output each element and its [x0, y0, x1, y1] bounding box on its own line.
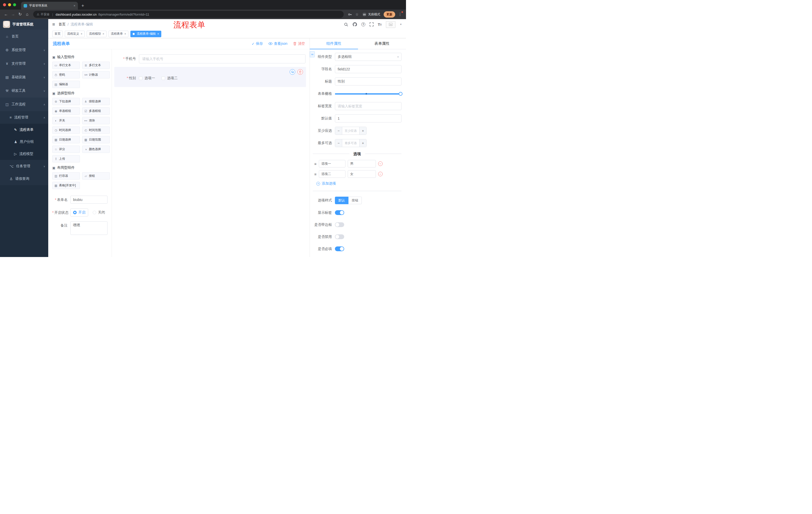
- sidebar-item-process-form[interactable]: ✎ 流程表单: [0, 124, 48, 136]
- palette-item-color-picker[interactable]: ◑颜色选择: [82, 145, 110, 153]
- bookmark-star-icon[interactable]: ☆: [355, 12, 358, 16]
- label-width-input[interactable]: [335, 102, 402, 110]
- forward-button[interactable]: →: [9, 12, 17, 16]
- password-key-icon[interactable]: [348, 12, 352, 16]
- palette-item-date-range[interactable]: ▩日期范围: [82, 136, 110, 143]
- browser-menu-icon[interactable]: ⋮: [398, 12, 402, 17]
- add-option-button[interactable]: + 添加选项: [316, 181, 402, 186]
- increase-button[interactable]: +: [359, 127, 366, 135]
- palette-item-select[interactable]: ⊚下拉选择: [52, 98, 80, 105]
- checkbox-option-1[interactable]: 选项一: [139, 76, 155, 80]
- palette-item-button[interactable]: ▱按钮: [82, 172, 110, 180]
- grid-slider[interactable]: [335, 90, 402, 98]
- breadcrumb-home[interactable]: 首页: [59, 22, 65, 27]
- decrease-button[interactable]: −: [335, 127, 342, 135]
- hamburger-icon[interactable]: ≡: [52, 22, 55, 27]
- tag-process-form-edit[interactable]: 流程表单-编辑×: [130, 31, 161, 37]
- palette-item-multi-line-text[interactable]: ≣多行文本: [82, 62, 110, 69]
- disabled-toggle[interactable]: [335, 234, 344, 239]
- palette-item-cascader[interactable]: ⋔级联选择: [82, 98, 110, 105]
- required-toggle[interactable]: [335, 246, 344, 251]
- option-value-input[interactable]: [348, 170, 376, 178]
- max-select-placeholder[interactable]: 最多可选: [342, 139, 359, 147]
- show-label-toggle[interactable]: [335, 210, 344, 215]
- decrease-button[interactable]: −: [335, 139, 342, 147]
- palette-item-upload[interactable]: ↥上传: [52, 155, 80, 162]
- palette-item-time-range[interactable]: ◴时间范围: [82, 127, 110, 134]
- search-icon[interactable]: [344, 22, 348, 27]
- close-window-button[interactable]: [3, 3, 6, 6]
- form-name-input[interactable]: [70, 196, 108, 204]
- checkbox-icon[interactable]: [139, 77, 142, 80]
- tag-close-icon[interactable]: ×: [103, 32, 104, 36]
- increase-button[interactable]: +: [359, 139, 366, 147]
- border-toggle[interactable]: [335, 222, 344, 227]
- drag-handle-icon[interactable]: ≡: [314, 162, 317, 166]
- style-default-button[interactable]: 默认: [335, 197, 348, 204]
- sidebar-item-infrastructure[interactable]: ▤ 基础设施 ∨: [0, 71, 48, 84]
- zoom-window-button[interactable]: [13, 3, 16, 6]
- font-size-icon[interactable]: TT: [378, 22, 382, 27]
- palette-item-checkbox-group[interactable]: ☑多选框组: [82, 107, 110, 115]
- palette-item-editor[interactable]: ▤编辑器: [52, 81, 80, 88]
- radio-option-off[interactable]: 关闭: [93, 210, 105, 215]
- palette-item-counter[interactable]: 123计数器: [82, 71, 110, 78]
- clear-button[interactable]: 清空: [293, 42, 305, 46]
- sidebar-item-process-management[interactable]: ≡ 流程管理 ∧: [0, 111, 48, 124]
- palette-item-password[interactable]: 密码: [52, 71, 80, 78]
- address-bar[interactable]: ⚠ 不安全 | dashboard.yudao.iocoder.cn/bpm/m…: [33, 11, 344, 18]
- help-icon[interactable]: ?: [361, 22, 365, 26]
- tag-home[interactable]: 首页: [52, 31, 63, 37]
- canvas-widget-gender-selected[interactable]: 性别 选项一 选项二: [114, 67, 306, 87]
- sidebar-item-payment[interactable]: ¥ 支付管理 ∨: [0, 57, 48, 71]
- phone-input[interactable]: [139, 54, 306, 63]
- avatar-caret-icon[interactable]: ▼: [400, 23, 402, 26]
- new-tab-button[interactable]: +: [81, 3, 84, 8]
- sidebar-item-task-management[interactable]: ⌥ 任务管理 ∨: [0, 160, 48, 172]
- home-button[interactable]: ⌂: [24, 12, 31, 16]
- palette-item-rate[interactable]: ☆评分: [52, 145, 80, 153]
- update-button[interactable]: 更新: [384, 11, 395, 18]
- github-icon[interactable]: [352, 22, 357, 27]
- option-label-input[interactable]: [319, 160, 345, 167]
- checkbox-icon[interactable]: [162, 77, 165, 80]
- sidebar-item-user-groups[interactable]: ♟ 用户分组: [0, 136, 48, 148]
- tag-process-definition[interactable]: 流程定义×: [65, 31, 85, 37]
- fullscreen-icon[interactable]: [370, 22, 374, 26]
- tag-close-icon[interactable]: ×: [81, 32, 82, 36]
- tag-close-icon[interactable]: ×: [124, 32, 126, 36]
- sidebar-item-devtools[interactable]: ⚒ 研发工具 ∨: [0, 84, 48, 98]
- radio-option-on[interactable]: 开启: [70, 209, 88, 217]
- sidebar-item-system[interactable]: ⚙ 系统管理 ∨: [0, 43, 48, 57]
- remove-option-button[interactable]: −: [378, 161, 383, 166]
- palette-item-switch[interactable]: ◐开关: [52, 117, 80, 124]
- title-input[interactable]: [335, 77, 402, 85]
- save-button[interactable]: ✓ 保存: [252, 42, 263, 46]
- minimize-window-button[interactable]: [8, 3, 11, 6]
- palette-item-single-line-text[interactable]: ▭单行文本: [52, 62, 80, 69]
- option-label-input[interactable]: [319, 170, 345, 178]
- sidebar-item-home[interactable]: ⌂ 首页: [0, 30, 48, 43]
- link-icon[interactable]: ∞: [310, 51, 315, 57]
- back-button[interactable]: ←: [2, 12, 9, 16]
- copy-widget-button[interactable]: [290, 69, 295, 75]
- tag-close-icon[interactable]: ×: [157, 32, 159, 36]
- checkbox-option-2[interactable]: 选项二: [162, 76, 178, 80]
- field-name-input[interactable]: [335, 65, 402, 73]
- view-json-button[interactable]: 查看json: [268, 42, 287, 46]
- palette-item-radio-group[interactable]: ◉单选框组: [52, 107, 80, 115]
- tab-component-properties[interactable]: 组件属性: [310, 38, 358, 49]
- delete-widget-button[interactable]: [297, 69, 303, 75]
- sidebar-item-workflow[interactable]: ◫ 工作流程 ∧: [0, 98, 48, 111]
- option-value-input[interactable]: [348, 160, 376, 167]
- slider-handle[interactable]: [399, 92, 403, 96]
- sidebar-item-leave-query[interactable]: ♙ 请假查询: [0, 172, 48, 185]
- palette-item-slider[interactable]: ⊷滑块: [82, 117, 110, 124]
- palette-item-time-picker[interactable]: ◷时间选择: [52, 127, 80, 134]
- canvas-widget-phone[interactable]: 手机号: [114, 53, 306, 67]
- palette-item-table[interactable]: ▦表格[开发中]: [52, 182, 80, 189]
- tab-form-properties[interactable]: 表单属性: [358, 38, 406, 49]
- remove-option-button[interactable]: −: [378, 172, 383, 176]
- user-avatar[interactable]: [386, 21, 396, 28]
- tag-process-model[interactable]: 流程模型×: [87, 31, 107, 37]
